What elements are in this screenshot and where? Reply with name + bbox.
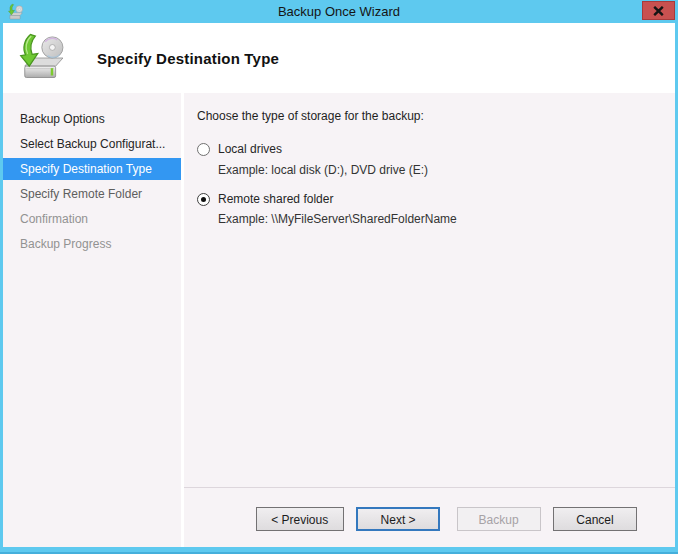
backup-once-wizard-window: Backup Once Wizard: [0, 0, 678, 554]
local-drives-label: Local drives: [218, 142, 282, 156]
backup-drive-icon: [15, 32, 67, 84]
close-button[interactable]: [642, 1, 675, 20]
footer-button-bar: < Previous Next > Backup Cancel: [184, 488, 675, 547]
step-specify-destination-type: Specify Destination Type: [3, 158, 181, 180]
wizard-body: Specify Destination Type Backup Options …: [3, 23, 675, 547]
page-title: Specify Destination Type: [97, 50, 279, 67]
backup-button[interactable]: Backup: [457, 507, 541, 531]
radio-button-remote-shared-folder[interactable]: [197, 193, 210, 206]
close-icon: [653, 6, 664, 16]
local-drives-example: Example: local disk (D:), DVD drive (E:): [197, 163, 655, 177]
right-pane: Choose the type of storage for the backu…: [184, 93, 675, 547]
radio-button-local-drives[interactable]: [197, 143, 210, 156]
wizard-main: Backup Options Select Backup Configurat.…: [3, 93, 675, 547]
remote-shared-folder-example: Example: \\MyFileServer\SharedFolderName: [197, 212, 655, 226]
local-drives-option[interactable]: Local drives: [197, 142, 655, 156]
window-title: Backup Once Wizard: [0, 4, 678, 19]
step-backup-progress: Backup Progress: [3, 233, 181, 255]
step-select-backup-configuration: Select Backup Configurat...: [3, 133, 181, 155]
wizard-steps-sidebar: Backup Options Select Backup Configurat.…: [3, 93, 181, 547]
step-specify-remote-folder: Specify Remote Folder: [3, 183, 181, 205]
titlebar: Backup Once Wizard: [0, 0, 678, 23]
next-button[interactable]: Next >: [356, 507, 440, 531]
step-confirmation: Confirmation: [3, 208, 181, 230]
step-backup-options: Backup Options: [3, 108, 181, 130]
wizard-header: Specify Destination Type: [3, 23, 675, 93]
remote-shared-folder-option[interactable]: Remote shared folder: [197, 192, 655, 206]
cancel-button[interactable]: Cancel: [553, 507, 637, 531]
destination-type-content: Choose the type of storage for the backu…: [184, 93, 675, 487]
remote-shared-folder-label: Remote shared folder: [218, 192, 333, 206]
storage-type-heading: Choose the type of storage for the backu…: [197, 109, 655, 123]
previous-button[interactable]: < Previous: [256, 507, 344, 531]
